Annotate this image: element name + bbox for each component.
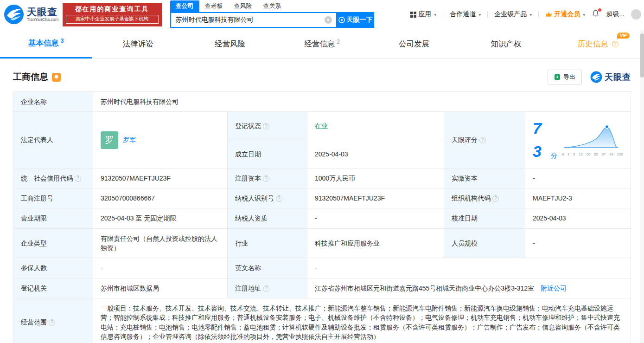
reg-authority-value: 苏州市相城区数据局 bbox=[93, 278, 228, 298]
monitor-bell-icon[interactable] bbox=[52, 73, 61, 82]
reg-number-value: 320507000866667 bbox=[93, 188, 228, 208]
industry-label: 行业 bbox=[228, 228, 307, 258]
nav-enterprise-label: 企业级产品 bbox=[494, 10, 527, 19]
nav-separator bbox=[487, 12, 488, 18]
nav-partner[interactable]: 合作通道 bbox=[450, 10, 481, 19]
help-icon[interactable] bbox=[263, 175, 269, 182]
score-number: 73 bbox=[533, 117, 546, 163]
section-header: 工商信息 导出 天眼查 bbox=[13, 66, 631, 88]
notification-bell[interactable] bbox=[592, 10, 599, 19]
help-icon[interactable] bbox=[479, 137, 486, 143]
tab-ip-label: 知识产权 bbox=[491, 39, 521, 49]
tab-operation-badge: 2 bbox=[337, 39, 340, 45]
credit-code-value: 91320507MAEFTJU23F bbox=[93, 168, 228, 188]
table-row: 统一社会信用代码 91320507MAEFTJU23F 注册资本 1000万人民… bbox=[13, 168, 631, 188]
tab-operation[interactable]: 经营信息 2 bbox=[276, 29, 368, 58]
legal-rep-label: 法定代表人 bbox=[13, 112, 93, 168]
tab-development[interactable]: 公司发展 bbox=[368, 29, 460, 58]
help-icon[interactable] bbox=[75, 175, 81, 182]
table-row: 登记机关 苏州市相城区数据局 注册地址 江苏省苏州市相城区元和街道嘉元路455号… bbox=[13, 278, 631, 298]
legal-rep-link[interactable]: 罗军 bbox=[123, 135, 136, 144]
help-icon[interactable] bbox=[263, 123, 269, 129]
nav-vip-label: 开通会员 bbox=[554, 10, 580, 19]
brand-watermark: 天眼查 bbox=[590, 71, 631, 83]
company-name-value: 苏州时代电服科技有限公司 bbox=[93, 92, 631, 112]
search-button[interactable]: 天眼一下 bbox=[337, 12, 374, 28]
insured-count-value: - bbox=[93, 258, 228, 278]
industry-value: 科技推广和应用服务业 bbox=[307, 228, 444, 258]
english-name-label: 英文名称 bbox=[228, 258, 307, 278]
scrollbar-thumb[interactable] bbox=[640, 33, 644, 78]
table-row: 营业期限 2025-04-03 至 无固定期限 纳税人资质 - 核准日期 202… bbox=[13, 208, 631, 228]
business-term-value: 2025-04-03 至 无固定期限 bbox=[93, 208, 228, 228]
reg-capital-value: 1000万人民币 bbox=[307, 168, 444, 188]
help-icon[interactable] bbox=[263, 285, 269, 292]
tab-history[interactable]: 历史信息 VIP bbox=[552, 29, 644, 58]
crown-icon bbox=[545, 12, 552, 17]
nav-vip[interactable]: 开通会员 bbox=[545, 10, 585, 19]
search-tab-relation[interactable]: 查关系 bbox=[258, 0, 287, 12]
export-button[interactable]: 导出 bbox=[548, 70, 582, 84]
promo-banner-line2: 国家中小企业发展子基金旗下机构 bbox=[66, 15, 159, 24]
reg-address-label: 注册地址 bbox=[228, 278, 307, 298]
grid-icon bbox=[410, 12, 416, 18]
reg-capital-label: 注册资本 bbox=[228, 168, 307, 188]
scrollbar[interactable] bbox=[640, 30, 644, 343]
company-name-label: 企业名称 bbox=[13, 92, 93, 112]
taxpayer-quality-value: - bbox=[307, 208, 444, 228]
score-label: 天眼评分 bbox=[444, 112, 525, 168]
establish-date-value: 2025-04-03 bbox=[307, 140, 444, 168]
page-tab-bar: 基本信息 3 法律诉讼 经营风险 经营信息 2 公司发展 知识产权 历史信息 V… bbox=[0, 29, 644, 59]
tab-legal-label: 法律诉讼 bbox=[123, 39, 153, 49]
search-area: 查公司 查老板 查风险 查关系 天眼一下 bbox=[170, 1, 374, 28]
tab-basic-info[interactable]: 基本信息 3 bbox=[0, 29, 92, 58]
search-input[interactable] bbox=[171, 16, 325, 24]
org-code-label: 组织机构代码 bbox=[444, 188, 525, 208]
tianyancha-logo[interactable]: 天眼查 TianYanCha.com bbox=[4, 4, 59, 25]
nav-separator bbox=[538, 12, 539, 18]
score-cell: 73 分 bbox=[525, 112, 631, 168]
nav-separator bbox=[443, 12, 443, 18]
search-button-label: 天眼一下 bbox=[347, 16, 373, 24]
score-axis: 0131550859799100 bbox=[562, 153, 623, 156]
nav-partner-label: 合作通道 bbox=[450, 10, 476, 19]
org-code-value: MAEFTJU2-3 bbox=[525, 188, 631, 208]
main-content: 工商信息 导出 天眼查 bbox=[0, 59, 644, 343]
tab-basic-info-badge: 3 bbox=[61, 38, 64, 44]
search-tab-company[interactable]: 查公司 bbox=[170, 0, 199, 12]
nav-apps[interactable]: 应用 bbox=[410, 10, 436, 19]
english-name-value: - bbox=[307, 258, 631, 278]
help-icon[interactable] bbox=[276, 195, 282, 202]
table-row: 经营范围 一般项目：技术服务、技术开发、技术咨询、技术交流、技术转让、技术推广；… bbox=[13, 298, 631, 343]
table-row: 法定代表人 罗 罗军 登记状态 在业 天眼评分 bbox=[13, 112, 631, 140]
reg-authority-label: 登记机关 bbox=[13, 278, 93, 298]
nav-super-vip-label: 超级... bbox=[606, 10, 625, 19]
tab-ip[interactable]: 知识产权 bbox=[460, 29, 552, 58]
export-button-label: 导出 bbox=[563, 73, 575, 81]
company-type-value: 有限责任公司（自然人投资或控股的法人独资） bbox=[93, 228, 228, 258]
search-tab-boss[interactable]: 查老板 bbox=[199, 0, 229, 12]
help-icon bbox=[612, 41, 618, 47]
nearby-companies-link[interactable]: 附近公司 bbox=[541, 285, 567, 292]
establish-date-label: 成立日期 bbox=[228, 140, 307, 168]
business-scope-label: 经营范围 bbox=[13, 298, 93, 343]
credit-code-label: 统一社会信用代码 bbox=[13, 168, 93, 188]
search-tab-risk[interactable]: 查风险 bbox=[229, 0, 258, 12]
section-title: 工商信息 bbox=[13, 71, 48, 83]
search-button-icon bbox=[338, 17, 345, 23]
promo-banner-line1: 都在用的商业查询工具 bbox=[66, 5, 159, 13]
nav-enterprise[interactable]: 企业级产品 bbox=[494, 10, 532, 19]
help-icon[interactable] bbox=[49, 319, 55, 326]
clear-icon[interactable] bbox=[325, 16, 332, 24]
legal-rep-avatar[interactable]: 罗 bbox=[101, 131, 118, 149]
tab-risk[interactable]: 经营风险 bbox=[184, 29, 276, 58]
nav-super-vip[interactable]: 超级... bbox=[606, 10, 625, 19]
user-avatar[interactable] bbox=[631, 9, 641, 19]
tab-basic-info-label: 基本信息 bbox=[28, 38, 59, 48]
paid-capital-label: 实缴资本 bbox=[444, 168, 525, 188]
help-icon[interactable] bbox=[492, 195, 499, 202]
table-row: 企业类型 有限责任公司（自然人投资或控股的法人独资） 行业 科技推广和应用服务业… bbox=[13, 228, 631, 258]
table-row: 参保人数 - 英文名称 - bbox=[13, 258, 631, 278]
tab-legal[interactable]: 法律诉讼 bbox=[92, 29, 184, 58]
business-info-table: 企业名称 苏州时代电服科技有限公司 法定代表人 罗 罗军 登记状态 在业 bbox=[13, 91, 631, 343]
